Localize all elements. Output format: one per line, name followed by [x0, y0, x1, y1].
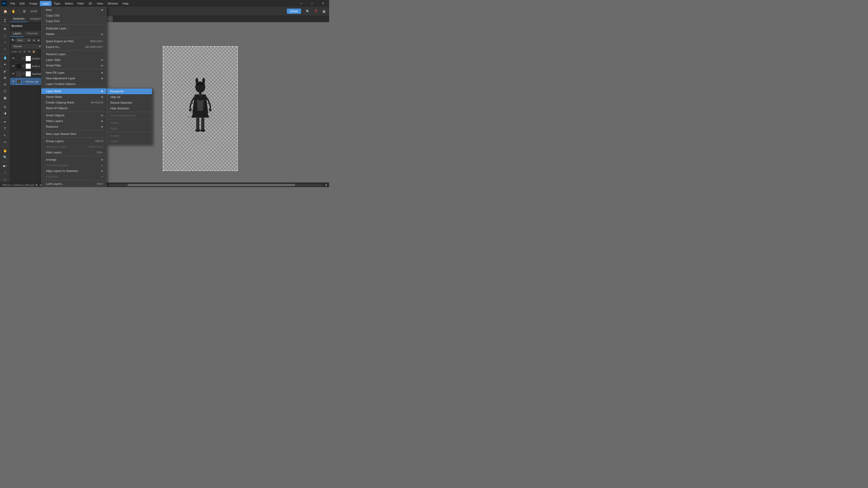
- maximize-button[interactable]: □: [307, 0, 317, 7]
- menu-file[interactable]: File: [8, 1, 18, 6]
- zoom-tool-button[interactable]: 🔍: [1, 154, 8, 161]
- status-arrow-icon[interactable]: ▶: [36, 184, 38, 186]
- scroll-right-icon[interactable]: ▶: [326, 184, 327, 186]
- menu-item-quick-export[interactable]: Quick Export as PNG Shift+Ctrl+': [41, 38, 106, 44]
- lock-position-icon[interactable]: ✦: [23, 50, 26, 53]
- shape-tool-button[interactable]: ▭: [1, 139, 8, 145]
- lasso-tool-button[interactable]: ○: [1, 39, 8, 46]
- menu-image[interactable]: Image: [27, 1, 39, 6]
- eyedropper-tool-button[interactable]: 💧: [1, 55, 8, 61]
- lock-all-icon[interactable]: 🔒: [32, 50, 35, 53]
- expand-arrow-icon[interactable]: ▲▼: [1, 17, 8, 24]
- submenu-hide-all[interactable]: Hide All: [107, 94, 152, 100]
- blur-tool-button[interactable]: ◎: [1, 103, 8, 110]
- hand-tool-button-2[interactable]: 🖐: [1, 148, 8, 154]
- quick-mask-button[interactable]: ⬛: [1, 170, 8, 176]
- layer-kind-select[interactable]: Kind: [16, 38, 31, 42]
- menu-item-arrange[interactable]: Arrange ▶: [41, 157, 106, 162]
- svg-point-7: [209, 108, 212, 111]
- layers-tab[interactable]: Layers: [10, 31, 24, 37]
- menu-3d[interactable]: 3D: [86, 1, 94, 6]
- menu-item-layer-mask[interactable]: Layer Mask ▶ Reveal All Hide All Reveal …: [41, 88, 106, 94]
- menu-sep-1: [41, 25, 106, 25]
- screen-mode-button[interactable]: ▢: [1, 176, 8, 183]
- svg-point-3: [198, 87, 199, 88]
- menu-item-ungroup-layers[interactable]: Ungroup Layers Shift+Ctrl+G: [41, 144, 106, 150]
- help-icon[interactable]: ❓: [312, 8, 319, 14]
- submenu-reveal-all[interactable]: Reveal All: [107, 89, 152, 94]
- layer-mask-curves: [26, 56, 31, 61]
- move-tool-button[interactable]: ✚: [1, 26, 8, 32]
- menu-item-new-layer-based-slice[interactable]: New Layer Based Slice: [41, 131, 106, 137]
- path-select-button[interactable]: ↖: [1, 132, 8, 138]
- menu-filter[interactable]: Filter: [75, 1, 86, 6]
- menu-view[interactable]: View: [94, 1, 105, 6]
- menu-item-lock-layers[interactable]: Lock Layers... Ctrl+/: [41, 181, 106, 187]
- menu-item-hide-layers[interactable]: Hide Layers Ctrl+,: [41, 150, 106, 155]
- eye-icon-removebg[interactable]: 👁: [11, 80, 15, 83]
- minimize-button[interactable]: —: [296, 0, 307, 7]
- menu-item-vector-mask[interactable]: Vector Mask ▶: [41, 94, 106, 100]
- adjustment-filter-icon[interactable]: ◐: [37, 38, 41, 42]
- eraser-tool-button[interactable]: ◻: [1, 88, 8, 94]
- lock-pixels-icon[interactable]: ⬚: [18, 50, 22, 53]
- submenu-reveal-selection[interactable]: Reveal Selection: [107, 100, 152, 105]
- menu-item-rename[interactable]: Rename Layer...: [41, 51, 106, 57]
- selection-tool-button[interactable]: ⬚: [1, 33, 8, 39]
- eye-icon-hue[interactable]: 👁: [11, 72, 15, 75]
- history-brush-button[interactable]: ↺: [1, 81, 8, 88]
- menu-item-layer-content-options[interactable]: Layer Content Options...: [41, 81, 106, 87]
- dodge-tool-button[interactable]: ◑: [1, 110, 8, 116]
- share-button[interactable]: Share: [287, 8, 301, 14]
- gradient-tool-button[interactable]: ▦: [1, 95, 8, 101]
- tab-close-button[interactable]: ✕: [108, 18, 110, 20]
- menu-scroll-down[interactable]: ▼: [41, 187, 106, 187]
- menu-item-video-layers[interactable]: Video Layers ▶: [41, 118, 106, 124]
- crop-tool-button[interactable]: ⌗: [1, 46, 8, 52]
- lock-artboard-icon[interactable]: ⊕: [27, 50, 31, 53]
- eye-icon-invert[interactable]: 👁: [11, 64, 15, 68]
- pen-tool-button[interactable]: ✒: [1, 119, 8, 125]
- brush-tool-button[interactable]: 🖌: [1, 68, 8, 74]
- menu-item-new[interactable]: New ▶: [41, 7, 106, 13]
- menu-item-align-layers[interactable]: Align Layers to Selection ▶: [41, 168, 106, 174]
- menu-item-delete[interactable]: Delete ▶: [41, 31, 106, 37]
- menu-item-copy-svg[interactable]: Copy SVG: [41, 18, 106, 24]
- menu-window[interactable]: Window: [105, 1, 120, 6]
- close-button[interactable]: ✕: [318, 0, 328, 7]
- menu-item-rasterize[interactable]: Rasterize ▶: [41, 124, 106, 129]
- healing-tool-button[interactable]: ✦: [1, 61, 8, 68]
- menu-item-group-layers[interactable]: Group Layers Ctrl+G: [41, 138, 106, 144]
- menu-item-new-fill-layer[interactable]: New Fill Layer ▶: [41, 70, 106, 75]
- search-icon[interactable]: 🔍: [304, 8, 311, 14]
- hand-tool-button[interactable]: ✋: [10, 8, 17, 14]
- workspace-icon[interactable]: ▦: [320, 8, 327, 14]
- menu-item-smart-objects[interactable]: Smart Objects ▶: [41, 112, 106, 118]
- menu-item-duplicate[interactable]: Duplicate Layer...: [41, 26, 106, 31]
- swatches-tab[interactable]: Swatches: [10, 16, 27, 22]
- fg-bg-colors[interactable]: ◼◻: [1, 163, 8, 169]
- menu-type[interactable]: Type: [52, 1, 62, 6]
- blend-mode-select[interactable]: Normal: [11, 44, 42, 48]
- menu-edit[interactable]: Edit: [18, 1, 27, 6]
- menu-item-new-adjustment-layer[interactable]: New Adjustment Layer ▶: [41, 75, 106, 81]
- arrange-button[interactable]: ⊞: [21, 8, 28, 14]
- menu-item-smart-filter[interactable]: Smart Filter ▶: [41, 63, 106, 68]
- menu-item-export-as[interactable]: Export As... Alt+Shift+Ctrl+': [41, 44, 106, 50]
- submenu-hide-selection[interactable]: Hide Selection: [107, 105, 152, 111]
- text-tool-button[interactable]: T: [1, 125, 8, 132]
- channels-tab[interactable]: Channels: [24, 31, 41, 37]
- pixel-filter-icon[interactable]: ⊞: [32, 38, 36, 42]
- menu-item-mask-all-objects[interactable]: Mask All Objects: [41, 105, 106, 111]
- zoom-value[interactable]: 12.5%: [29, 8, 38, 14]
- menu-item-create-clipping-mask[interactable]: Create Clipping Mask Alt+Ctrl+G: [41, 100, 106, 105]
- svg-point-6: [189, 108, 192, 111]
- menu-layer[interactable]: Layer: [40, 1, 52, 6]
- home-button[interactable]: 🏠: [2, 8, 8, 14]
- clone-tool-button[interactable]: ⊕: [1, 74, 8, 81]
- menu-item-layer-style[interactable]: Layer Style ▶: [41, 57, 106, 63]
- eye-icon-curves[interactable]: 👁: [11, 57, 15, 60]
- menu-help[interactable]: Help: [120, 1, 131, 6]
- menu-select[interactable]: Select: [62, 1, 75, 6]
- menu-item-copy-css[interactable]: Copy CSS: [41, 13, 106, 18]
